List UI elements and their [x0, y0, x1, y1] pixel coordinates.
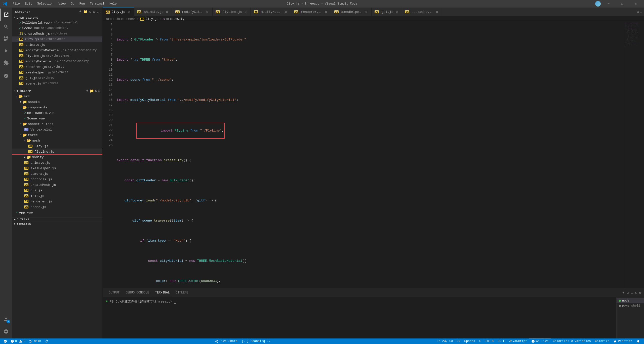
terminal-powershell[interactable]: powershell — [617, 303, 644, 308]
tree-scenejs[interactable]: JS scene.js — [12, 204, 102, 210]
breadcrumb-mesh[interactable]: mesh — [128, 17, 136, 21]
tab-animatejs[interactable]: JS animate.js ✕ — [134, 8, 172, 16]
tree-cityjs[interactable]: JS City.js — [12, 143, 102, 149]
tree-axeshelperjs[interactable]: JS axesHelper.js — [12, 165, 102, 171]
status-prettier[interactable]: Prettier — [611, 338, 634, 344]
menu-view[interactable]: View — [57, 2, 67, 6]
open-editor-createmesh[interactable]: JS createMesh.js src\three — [12, 31, 102, 36]
collapse-btn[interactable]: ⊟ — [98, 89, 100, 93]
open-editor-scene-js[interactable]: JS scene.js src\three — [12, 81, 102, 86]
terminal-content[interactable]: ⊙ PS D:\新建文件夹\智慧城市\threeapp> █ — [103, 297, 616, 306]
threeapp-header[interactable]: ▾ THREEAPP + 📁 ↻ ⊟ — [12, 88, 102, 94]
new-file-btn[interactable]: + — [86, 89, 89, 93]
more-actions-icon[interactable]: … — [97, 10, 99, 14]
tab-close-btn[interactable]: ✕ — [165, 10, 169, 14]
open-editor-renderer[interactable]: JS renderer.js src\three — [12, 64, 102, 70]
tree-appvue[interactable]: ✓ App.vue — [12, 210, 102, 215]
status-colorize-btn[interactable]: Colorize — [593, 338, 612, 344]
more-tabs-icon[interactable]: … — [640, 10, 642, 14]
status-encoding[interactable]: UTF-8 — [482, 338, 496, 344]
tab-close-btn[interactable]: ✕ — [284, 10, 288, 14]
breadcrumb-function[interactable]: createCity — [162, 17, 184, 21]
minimize-button[interactable]: ─ — [603, 0, 614, 8]
menu-terminal[interactable]: Terminal — [88, 2, 106, 6]
status-eol[interactable]: CRLF — [496, 338, 507, 344]
tab-close-btn[interactable]: ✕ — [205, 10, 209, 14]
tree-controlsjs[interactable]: JS controls.js — [12, 177, 102, 182]
panel-tab-output[interactable]: OUTPUT — [106, 288, 123, 297]
timeline-header[interactable]: ▶ TIMELINE — [12, 222, 102, 226]
tree-createmeshjs[interactable]: JS createMesh.js — [12, 182, 102, 188]
activity-extensions[interactable] — [0, 57, 12, 69]
tab-flylinejs[interactable]: JS FlyLine.js ✕ — [213, 8, 251, 16]
tab-close-btn[interactable]: ✕ — [127, 10, 131, 14]
open-editor-axeshelper[interactable]: JS axesHelper.js src\three — [12, 70, 102, 75]
tree-components[interactable]: ▾ 📂 components — [12, 105, 102, 110]
tab-close-btn[interactable]: ✕ — [244, 10, 248, 14]
status-go-live[interactable]: Go Live — [529, 338, 551, 344]
more-actions-icon[interactable]: … — [631, 291, 633, 295]
status-spaces[interactable]: Spaces: 4 — [462, 338, 482, 344]
add-terminal-icon[interactable]: + — [622, 291, 624, 295]
activity-account[interactable]: 1 — [0, 313, 12, 325]
menu-run[interactable]: Run — [78, 2, 87, 6]
tree-shader[interactable]: ▾ 📂 shader \ test — [12, 121, 102, 127]
tab-close-btn[interactable]: ✕ — [364, 10, 368, 14]
status-scanning[interactable]: {..} Scanning... — [239, 338, 272, 344]
tree-rendererjs[interactable]: JS renderer.js — [12, 199, 102, 204]
menu-edit[interactable]: Edit — [23, 2, 34, 6]
tab-rendererjs[interactable]: JS renderer.js ✕ — [291, 8, 331, 16]
close-panel-icon[interactable]: ✕ — [639, 291, 641, 295]
tab-scenejs[interactable]: JS ...scene.js ✕ — [402, 8, 442, 16]
status-errors[interactable]: 0 0 — [9, 338, 27, 344]
refresh-btn[interactable]: ↻ — [95, 89, 97, 93]
activity-search[interactable] — [0, 21, 12, 33]
collapse-icon[interactable]: ⊟ — [93, 10, 95, 14]
tree-scenevue[interactable]: ✓ Scene.vue — [12, 116, 102, 121]
tab-modifycitymat[interactable]: JS modifyCityMaterial.js ✕ — [172, 8, 213, 16]
status-line-col[interactable]: Ln 23, Col 29 — [435, 338, 462, 344]
tree-helloworldvue[interactable]: ✓ HelloWorld.vue — [12, 110, 102, 116]
split-editor-icon[interactable]: ⊟ — [637, 10, 639, 14]
close-button[interactable]: ✕ — [630, 0, 641, 8]
tab-close-btn[interactable]: ✕ — [435, 10, 439, 14]
tree-flylinejs[interactable]: JS FlyLine.js — [12, 149, 102, 154]
terminal-node[interactable]: node — [617, 298, 644, 303]
tab-guijs[interactable]: JS gui.js ✕ — [372, 8, 402, 16]
open-editor-modifycity[interactable]: JS modifyCityMaterial.js src\three\modif… — [12, 48, 102, 53]
open-editors-header[interactable]: ▾ Open Editors — [12, 16, 102, 20]
activity-remote[interactable] — [0, 70, 12, 82]
status-sync[interactable] — [43, 338, 51, 344]
tree-camerajs[interactable]: JS camera.js — [12, 171, 102, 177]
open-editor-gui[interactable]: JS gui.js src\three — [12, 75, 102, 81]
new-folder-btn[interactable]: 📁 — [90, 89, 94, 93]
tree-mesh[interactable]: ▾ 📂 mesh — [12, 138, 102, 143]
activity-run-debug[interactable] — [0, 45, 12, 57]
maximize-button[interactable]: □ — [616, 0, 628, 8]
tree-modify[interactable]: ▶ 📁 modify — [12, 154, 102, 160]
open-editor-helloworld[interactable]: ✓ HelloWorld.vue src\components\ — [12, 20, 102, 25]
maximize-panel-icon[interactable]: ∧ — [635, 291, 637, 295]
open-editor-city[interactable]: ✕ JS City.js src\three\mesh — [12, 36, 102, 42]
open-editor-scene-vue[interactable]: ✓ Scene.vue src\components\ — [12, 25, 102, 31]
tab-close-btn[interactable]: ✕ — [324, 10, 328, 14]
tree-animatejs[interactable]: JS animate.js — [12, 160, 102, 165]
panel-tab-terminal[interactable]: TERMINAL — [152, 288, 173, 297]
status-language[interactable]: JavaScript — [507, 338, 529, 344]
panel-tab-debug[interactable]: DEBUG CONSOLE — [123, 288, 152, 297]
code-editor[interactable]: 1 2 3 4 5 6 7 8 9 10 11 12 13 14 15 16 1… — [103, 22, 644, 288]
activity-settings[interactable] — [0, 325, 12, 337]
status-notifications[interactable] — [634, 338, 642, 344]
user-avatar[interactable] — [595, 1, 601, 7]
tab-axeshelperjs[interactable]: JS axesHelper.js ✕ — [331, 8, 372, 16]
tree-src[interactable]: ▾ 📂 src — [12, 94, 102, 99]
outline-header[interactable]: ▶ OUTLINE — [12, 218, 102, 222]
tree-vertex[interactable]: GL Vertex.glsl — [12, 127, 102, 132]
open-editor-modifymaterial[interactable]: JS modifyMaterial.js src\three\modify — [12, 59, 102, 64]
tab-cityjs[interactable]: JS City.js ✕ — [103, 8, 134, 16]
breadcrumb-src[interactable]: src — [106, 17, 112, 21]
open-editor-flyline[interactable]: JS FlyLine.js src\three\mesh — [12, 53, 102, 59]
tree-initjs[interactable]: JS init.js — [12, 193, 102, 199]
breadcrumb-file[interactable]: JS City.js — [139, 17, 158, 21]
tree-assets[interactable]: ▶ 📁 assets — [12, 99, 102, 105]
